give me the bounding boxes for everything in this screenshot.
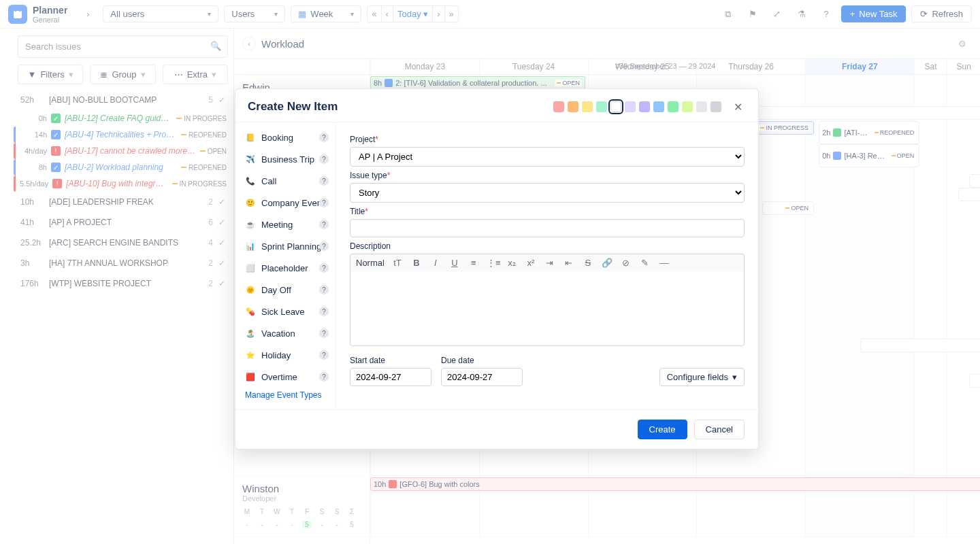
startdate-label: Start date (350, 356, 431, 365)
event-type-option[interactable]: ☕Meeting? (235, 214, 336, 235)
chevron-down-icon: ▾ (732, 372, 737, 382)
bullet-list-icon[interactable]: ⋮≡ (487, 258, 499, 268)
color-swatch[interactable] (668, 101, 679, 112)
event-type-option[interactable]: 🟥Overtime? (235, 366, 336, 388)
color-swatch[interactable] (568, 101, 578, 112)
bold-icon[interactable]: B (410, 258, 423, 268)
color-swatches (553, 101, 721, 112)
project-select[interactable]: AP | A Project (350, 147, 745, 167)
description-input[interactable] (350, 271, 745, 346)
help-icon[interactable]: ? (319, 307, 329, 316)
color-swatch[interactable] (610, 101, 621, 112)
numbered-list-icon[interactable]: ≡ (468, 258, 480, 268)
outdent-icon[interactable]: ⇤ (563, 258, 575, 268)
cancel-button[interactable]: Cancel (694, 420, 745, 439)
color-swatch[interactable] (625, 101, 636, 112)
help-icon[interactable]: ? (319, 372, 329, 381)
issuetype-label: Issue type* (350, 171, 745, 180)
strike-icon[interactable]: S (582, 258, 594, 268)
event-type-option[interactable]: 📒Booking? (235, 126, 336, 148)
project-label: Project* (350, 135, 745, 144)
hr-icon[interactable]: — (658, 258, 670, 268)
help-icon[interactable]: ? (319, 263, 329, 273)
help-icon[interactable]: ? (319, 328, 329, 338)
event-type-option[interactable]: ⬜Placeholder? (235, 257, 336, 279)
color-swatch[interactable] (639, 101, 650, 112)
duedate-input[interactable] (441, 368, 523, 386)
subscript-icon[interactable]: x₂ (506, 258, 518, 268)
description-toolbar: Normal tT B I U ≡ ⋮≡ x₂ x² ⇥ ⇤ S 🔗 ⊘ ✎ — (350, 254, 745, 271)
duedate-label: Due date (441, 356, 523, 365)
underline-icon[interactable]: U (448, 258, 461, 268)
help-icon[interactable]: ? (319, 241, 329, 251)
help-icon[interactable]: ? (319, 220, 329, 229)
create-item-modal: Create New Item ✕ 📒Booking? ✈️Business T… (235, 88, 759, 449)
create-button[interactable]: Create (638, 420, 687, 439)
configure-fields-label: Configure fields (667, 372, 728, 382)
startdate-input[interactable] (350, 368, 431, 386)
help-icon[interactable]: ? (319, 176, 329, 186)
issuetype-select[interactable]: Story (350, 183, 745, 203)
event-type-option[interactable]: 💊Sick Leave? (235, 301, 336, 322)
color-swatch[interactable] (696, 101, 707, 112)
unlink-icon[interactable]: ⊘ (620, 258, 632, 268)
title-input[interactable] (350, 219, 745, 237)
modal-title: Create New Item (248, 100, 338, 114)
create-label: Create (649, 424, 676, 435)
text-style-select[interactable]: Normal (356, 258, 385, 268)
event-type-option[interactable]: 🙂Company Event? (235, 192, 336, 214)
description-label: Description (350, 241, 745, 251)
color-swatch[interactable] (710, 101, 721, 112)
event-type-option[interactable]: 📞Call? (235, 170, 336, 192)
event-type-option[interactable]: 🏝️Vacation? (235, 322, 336, 344)
event-type-list: 📒Booking? ✈️Business Trip? 📞Call? 🙂Compa… (235, 122, 336, 409)
event-type-option[interactable]: ✈️Business Trip? (235, 148, 336, 170)
color-swatch[interactable] (553, 101, 564, 112)
manage-event-types-link[interactable]: Manage Event Types (235, 388, 336, 405)
cancel-label: Cancel (706, 424, 733, 435)
help-icon[interactable]: ? (319, 285, 329, 294)
help-icon[interactable]: ? (319, 350, 329, 360)
color-swatch[interactable] (582, 101, 593, 112)
textsize-icon[interactable]: tT (391, 258, 404, 268)
italic-icon[interactable]: I (429, 258, 442, 268)
color-swatch[interactable] (653, 101, 664, 112)
configure-fields-button[interactable]: Configure fields ▾ (659, 368, 745, 386)
help-icon[interactable]: ? (319, 154, 329, 164)
link-icon[interactable]: 🔗 (601, 258, 613, 268)
event-type-option[interactable]: ⭐Holiday? (235, 344, 336, 366)
clear-format-icon[interactable]: ✎ (639, 258, 651, 268)
superscript-icon[interactable]: x² (525, 258, 537, 268)
close-button[interactable]: ✕ (730, 99, 746, 115)
title-label: Title* (350, 207, 745, 216)
help-icon[interactable]: ? (319, 133, 329, 142)
color-swatch[interactable] (682, 101, 693, 112)
event-type-option[interactable]: 📊Sprint Planning? (235, 235, 336, 257)
color-swatch[interactable] (596, 101, 607, 112)
help-icon[interactable]: ? (319, 198, 329, 207)
indent-icon[interactable]: ⇥ (544, 258, 556, 268)
event-type-option[interactable]: 🌞Day Off? (235, 279, 336, 301)
